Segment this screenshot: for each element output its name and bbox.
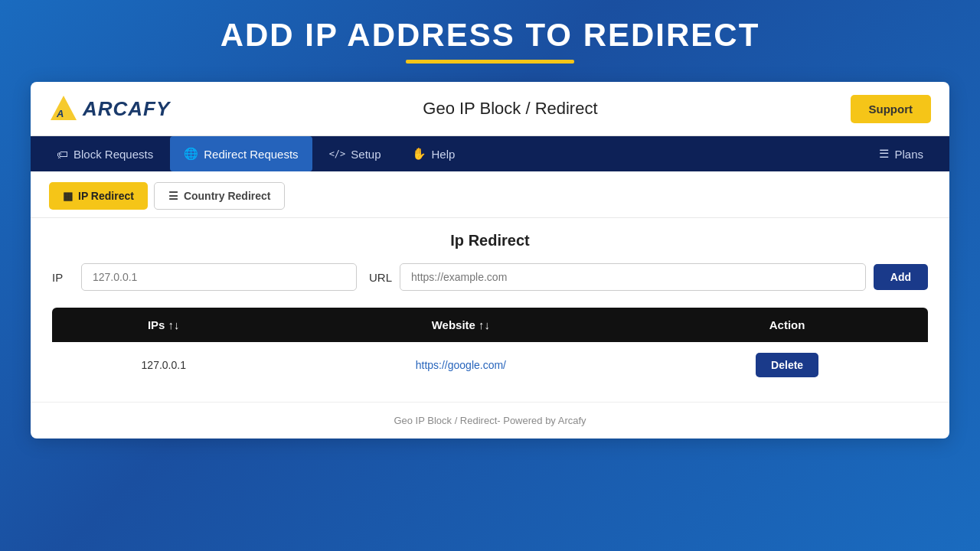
main-card: A ARCAFY Geo IP Block / Redirect Support… [31,82,949,439]
nav-bar: 🏷 Block Requests 🌐 Redirect Requests </>… [31,136,949,171]
code-icon: </> [329,148,346,159]
svg-text:A: A [56,108,64,119]
website-link[interactable]: https://google.com/ [416,359,506,371]
add-button[interactable]: Add [874,264,928,290]
nav-item-help[interactable]: ✋ Help [398,136,469,171]
card-footer: Geo IP Block / Redirect- Powered by Arca… [31,402,949,439]
table-row: 127.0.0.1 https://google.com/ Delete [52,342,928,388]
nav-item-block-requests[interactable]: 🏷 Block Requests [43,137,167,171]
delete-button[interactable]: Delete [756,353,818,377]
cell-action: Delete [646,342,928,388]
arcafy-logo-icon: A [49,94,78,123]
globe-icon: 🌐 [184,147,198,161]
col-ips[interactable]: IPs ↑↓ [52,308,276,342]
cell-website: https://google.com/ [276,342,647,388]
tab-ip-redirect[interactable]: ▦ IP Redirect [49,182,148,210]
url-input[interactable] [400,263,866,291]
table-icon: ▦ [63,190,73,202]
nav-item-redirect-requests[interactable]: 🌐 Redirect Requests [170,136,312,171]
title-underline [406,60,574,64]
url-label: URL [369,271,392,284]
col-website[interactable]: Website ↑↓ [276,308,647,342]
nav-item-setup[interactable]: </> Setup [315,137,395,171]
content-area: Ip Redirect IP URL Add IPs ↑↓ Website ↑↓… [31,218,949,402]
form-row: IP URL Add [52,263,928,291]
help-icon: ✋ [412,147,426,161]
page-header: ADD IP ADDRESS TO REDIRECT [0,0,980,71]
tab-country-redirect[interactable]: ☰ Country Redirect [154,182,286,210]
card-title: Geo IP Block / Redirect [423,99,597,119]
url-form-group: URL Add [369,263,928,291]
col-action: Action [646,308,928,342]
tag-icon: 🏷 [57,148,68,161]
sub-tabs: ▦ IP Redirect ☰ Country Redirect [31,171,949,218]
plans-list-icon: ☰ [879,147,889,161]
data-table: IPs ↑↓ Website ↑↓ Action 127.0.0.1 https… [52,308,928,388]
logo-text: ARCAFY [83,97,170,121]
cell-ip: 127.0.0.1 [52,342,276,388]
table-header-row: IPs ↑↓ Website ↑↓ Action [52,308,928,342]
support-button[interactable]: Support [851,95,932,123]
footer-text: Geo IP Block / Redirect- Powered by Arca… [394,415,586,426]
ip-input[interactable] [81,263,357,291]
list-icon: ☰ [168,190,178,202]
logo-area: A ARCAFY [49,94,170,123]
card-header: A ARCAFY Geo IP Block / Redirect Support [31,82,949,136]
ip-label: IP [52,271,74,284]
page-title: ADD IP ADDRESS TO REDIRECT [0,17,980,54]
nav-item-plans[interactable]: ☰ Plans [865,136,937,171]
section-title: Ip Redirect [52,232,928,249]
ip-form-group: IP [52,263,357,291]
